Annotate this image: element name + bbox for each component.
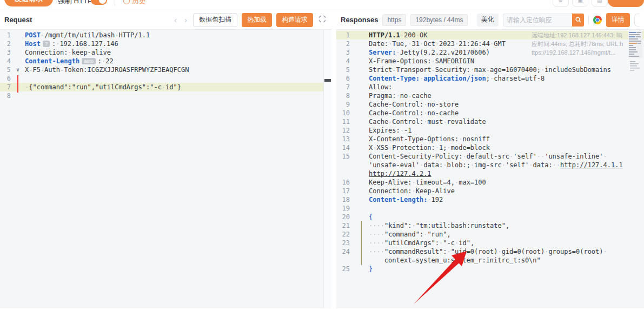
request-line-7: 7·{"command":"run","utilCmdArgs":"-c·id"…: [0, 83, 323, 91]
request-line-1: 1POST·/mgmt/tm/util/bash·HTTP/1.1: [0, 31, 323, 40]
response-line-20: 20{: [336, 213, 644, 221]
line-content: X-F5-Auth-Token:ICGZXJJROASFRPWYZF3EAQFC…: [25, 65, 189, 74]
response-line-14: 14X-XSS-Protection:·1;·mode=block: [336, 143, 644, 152]
response-line-wrap: context=system_u:system_r:initrc_t:s0\n": [336, 256, 644, 265]
fold-gutter: [11, 91, 25, 100]
response-line-5: 5Strict-Transport-Security:·max-age=1607…: [336, 65, 644, 74]
response-panel: Responses https 192bytes / 44ms 美化 详情: [336, 10, 644, 308]
response-line-10: 10Cache-Control:·no-cache: [336, 109, 644, 117]
response-editor[interactable]: 1HTTP/1.1·200·OK2Date:·Tue,·31·Oct·2023·…: [336, 30, 644, 308]
code-minimap[interactable]: [628, 31, 642, 77]
request-title: Request: [4, 16, 32, 24]
line-content: ····"commandResult":·"uid=0(root)·gid=0(…: [369, 247, 607, 256]
line-number: 20: [336, 213, 350, 221]
response-line-24: 24····"commandResult":·"uid=0(root)·gid=…: [336, 247, 644, 256]
toolbar-icon-button-2[interactable]: ▣: [572, 0, 588, 6]
search-input[interactable]: [503, 14, 572, 27]
line-content: Content-Lengthauto:·22: [25, 57, 114, 65]
clock-icon: [123, 0, 130, 4]
line-number: 8: [336, 91, 350, 100]
history-label: 历史: [132, 0, 146, 6]
response-line-17: 17Connection:·Keep-Alive: [336, 187, 644, 195]
toolbar-divider: [115, 0, 115, 5]
line-content: ····"utilCmdArgs":·"-c·id",: [369, 239, 474, 247]
stats-tag: 192bytes / 44ms: [410, 14, 468, 26]
line-number: 11: [336, 117, 350, 126]
line-content: Connection:·keep-alive: [25, 48, 111, 57]
line-content: Host?:·192.168.127.146: [25, 40, 118, 48]
response-line-19: 19: [336, 204, 644, 213]
line-number: [336, 169, 350, 178]
toggle-knob: [99, 0, 106, 4]
line-content: Expires:·-1: [369, 126, 411, 135]
send-request-button[interactable]: 发送请求: [4, 0, 53, 6]
request-line-6: 6: [0, 74, 323, 83]
line-number: [336, 161, 350, 169]
fold-gutter: [11, 57, 25, 65]
line-content: Allow:: [369, 83, 392, 91]
line-number: 4: [336, 57, 350, 65]
line-content: context=system_u:system_r:initrc_t:s0\n": [369, 256, 541, 265]
response-line-wrap: 'unsafe-eval'·data:·blob:;·img-src·'self…: [336, 161, 644, 169]
packet-scan-button[interactable]: 数据包扫描: [193, 13, 237, 27]
line-number: 17: [336, 187, 350, 195]
details-button[interactable]: 详情: [606, 13, 630, 27]
request-line-8: 8: [0, 91, 323, 100]
request-editor[interactable]: 1POST·/mgmt/tm/util/bash·HTTP/1.12Host?:…: [0, 30, 331, 308]
fold-gutter: [11, 40, 25, 48]
history-button[interactable]: 历史: [123, 0, 146, 6]
line-content: ····"command":·"run",: [369, 230, 451, 239]
protocol-tag: https: [382, 14, 406, 26]
response-line-9: 9Cache-Control:·no-store: [336, 100, 644, 109]
response-line-11: 11Cache-Control:·must-revalidate: [336, 117, 644, 126]
fullscreen-icon[interactable]: [317, 15, 327, 24]
toolbar-icon-button-1[interactable]: ⚙: [553, 0, 569, 6]
fold-gutter: [11, 31, 25, 40]
response-line-6: 6Content-Type:·application/json;·charset…: [336, 74, 644, 83]
line-number: 13: [336, 135, 350, 143]
request-line-4: 4Content-Lengthauto:·22: [0, 57, 323, 65]
force-https-toggle[interactable]: [91, 0, 107, 5]
overview-ruler[interactable]: [323, 30, 331, 308]
line-number: 4: [0, 57, 11, 65]
line-number: 15: [336, 152, 350, 161]
line-content: http://127.4.2.1: [369, 169, 431, 178]
response-line-22: 22····"command":·"run",: [336, 230, 644, 239]
line-content: Date:·Tue,·31·Oct·2023·21:26:44·GMT: [369, 40, 506, 48]
beautify-button[interactable]: 美化: [477, 14, 499, 27]
line-content: X-Frame-Options:·SAMEORIGIN: [369, 57, 474, 65]
line-number: 10: [336, 109, 350, 117]
toolbar-corner-button[interactable]: [608, 0, 644, 7]
line-content: Keep-Alive:·timeout=4,·max=100: [369, 178, 486, 187]
line-number: 3: [0, 48, 11, 57]
line-number: 7: [336, 83, 350, 91]
response-line-8: 8Pragma:·no-cache: [336, 91, 644, 100]
line-number: 22: [336, 230, 350, 239]
line-content: Cache-Control:·no-store: [369, 100, 459, 109]
hot-reload-button[interactable]: 热加载: [242, 13, 272, 27]
response-line-12: 12Expires:·-1: [336, 126, 644, 135]
response-line-wrap: http://127.4.2.1: [336, 169, 644, 178]
toolbar-icon-button-3[interactable]: ▤: [592, 0, 608, 6]
request-line-3: 3Connection:·keep-alive: [0, 48, 323, 57]
line-number: 21: [336, 221, 350, 230]
panel-divider[interactable]: [331, 10, 336, 308]
build-request-button[interactable]: 构造请求: [276, 13, 313, 27]
line-number: 1: [0, 31, 11, 40]
chrome-icon[interactable]: [593, 16, 602, 24]
line-content: 'unsafe-eval'·data:·blob:;·img-src·'self…: [369, 161, 623, 169]
fold-chevron-icon[interactable]: ∨: [11, 65, 25, 74]
search-button[interactable]: [572, 14, 584, 27]
clipped-edge-button[interactable]: [634, 14, 640, 27]
prev-request-button[interactable]: ‹: [172, 16, 178, 24]
line-content: }: [369, 265, 373, 273]
next-request-button[interactable]: ›: [183, 16, 189, 24]
line-number: 18: [336, 195, 350, 204]
request-panel-header: Request ‹ › 数据包扫描 热加载 构造请求: [0, 10, 331, 30]
line-content: Cache-Control:·must-revalidate: [369, 117, 486, 126]
line-number: 25: [336, 265, 350, 273]
line-number: 2: [336, 40, 350, 48]
line-number: 6: [0, 74, 11, 83]
line-number: 2: [0, 40, 11, 48]
line-number: [336, 256, 350, 265]
